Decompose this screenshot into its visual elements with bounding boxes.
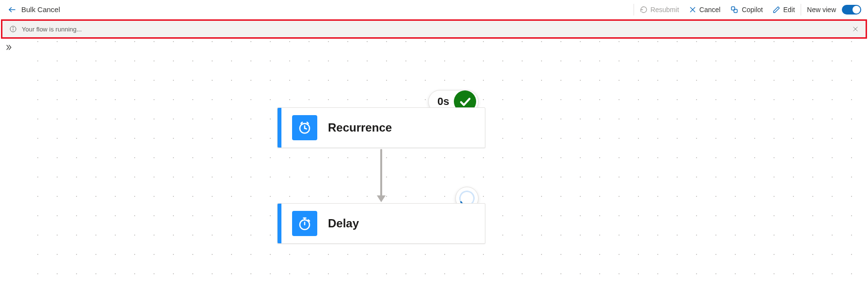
connector — [380, 149, 383, 202]
step-duration: 0s — [437, 95, 449, 108]
canvas-wrap: 0s Recurrence Delay — [0, 39, 868, 282]
stopwatch-icon — [292, 211, 317, 236]
copilot-icon — [730, 5, 739, 14]
arrow-left-icon — [8, 5, 16, 14]
refresh-icon — [640, 6, 648, 14]
new-view-toggle-group: New view — [802, 0, 864, 19]
new-view-toggle[interactable] — [842, 5, 861, 15]
divider — [801, 4, 801, 15]
notification-message: Your flow is running... — [22, 26, 852, 33]
flow-step-delay[interactable]: Delay — [277, 203, 485, 244]
edit-button[interactable]: Edit — [768, 0, 800, 19]
back-button[interactable] — [8, 5, 16, 14]
clock-icon — [292, 115, 317, 140]
svg-line-17 — [309, 220, 310, 222]
chevron-double-right-icon — [5, 44, 13, 51]
edit-label: Edit — [783, 6, 795, 14]
info-icon — [9, 25, 17, 33]
copilot-button[interactable]: Copilot — [725, 0, 768, 19]
toggle-knob — [852, 6, 860, 14]
cancel-button[interactable]: Cancel — [684, 0, 726, 19]
svg-point-7 — [13, 27, 13, 28]
notification-bar: Your flow is running... — [2, 21, 866, 37]
arrow-down-icon — [377, 195, 386, 202]
svg-line-12 — [305, 128, 307, 129]
close-icon — [852, 26, 859, 32]
flow-step-recurrence[interactable]: Recurrence — [277, 107, 485, 148]
resubmit-label: Resubmit — [651, 6, 679, 14]
command-bar: Bulk Cancel Resubmit Cancel Copilot Edit… — [0, 0, 868, 19]
flow-canvas[interactable]: 0s Recurrence Delay — [23, 39, 868, 282]
resubmit-button: Resubmit — [635, 0, 684, 19]
pencil-icon — [773, 6, 780, 14]
expand-panel-button[interactable] — [5, 44, 13, 53]
card-accent — [278, 108, 281, 148]
notification-close-button[interactable] — [852, 26, 859, 32]
page-title: Bulk Cancel — [21, 5, 60, 14]
cancel-label: Cancel — [699, 6, 721, 14]
new-view-label: New view — [807, 6, 836, 14]
step-label: Delay — [328, 217, 359, 230]
card-accent — [278, 204, 281, 243]
close-icon — [689, 6, 697, 14]
divider — [634, 4, 634, 15]
annotation-highlight: Your flow is running... — [1, 19, 867, 39]
copilot-label: Copilot — [742, 6, 763, 14]
step-label: Recurrence — [328, 121, 392, 134]
